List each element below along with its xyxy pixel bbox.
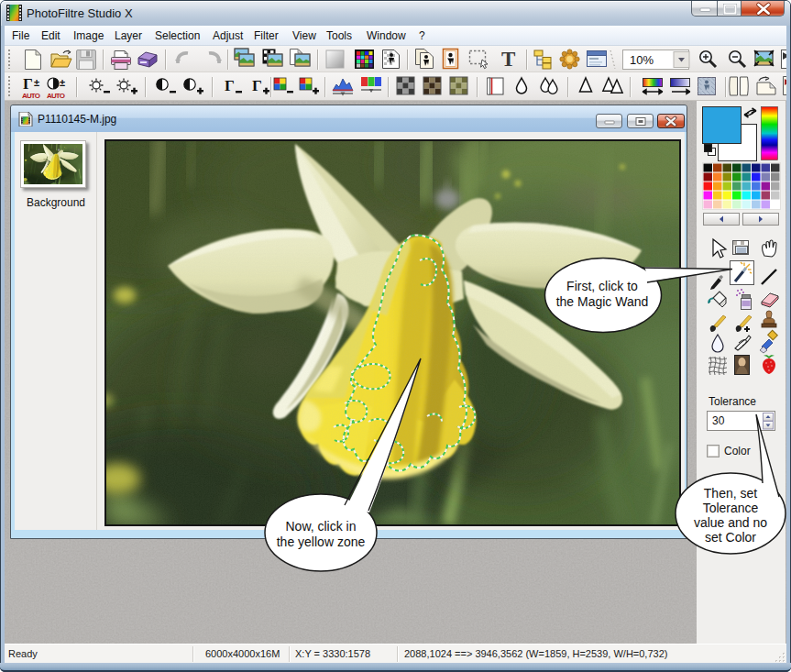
svg-text:the Magic Wand: the Magic Wand [556,294,649,309]
svg-text:Now, click in: Now, click in [285,519,356,534]
svg-text:value and no: value and no [694,515,767,530]
svg-text:Then, set: Then, set [704,486,757,501]
svg-text:First, click to: First, click to [566,279,638,293]
svg-text:Tolerance: Tolerance [703,501,759,515]
svg-text:the yellow zone: the yellow zone [277,534,366,549]
svg-text:set Color: set Color [705,530,756,545]
